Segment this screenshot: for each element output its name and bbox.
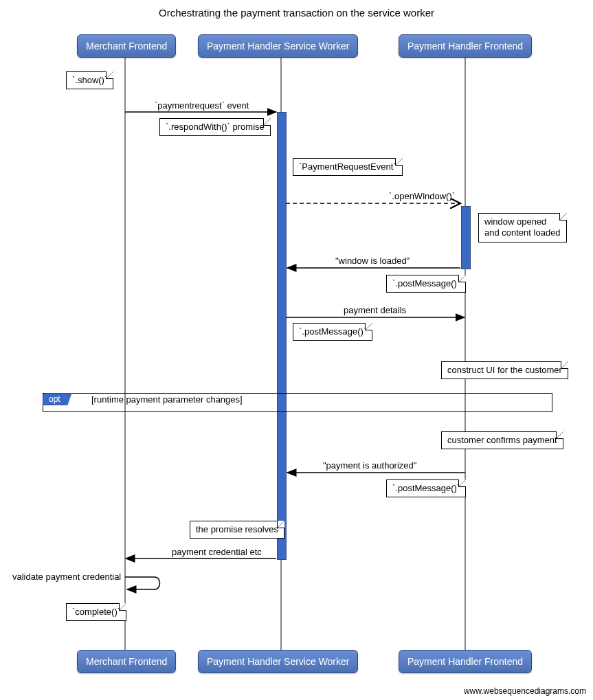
note-window-opened-line1: window opened <box>484 216 546 227</box>
participant-frontend-bottom: Payment Handler Frontend <box>399 650 532 673</box>
opt-tag: opt <box>43 393 72 405</box>
participant-worker-top: Payment Handler Service Worker <box>198 34 358 58</box>
note-promise-resolves: the promise resolves <box>190 521 284 539</box>
participant-merchant-top: Merchant Frontend <box>77 34 176 58</box>
participant-worker-bottom: Payment Handler Service Worker <box>198 650 358 673</box>
activation-frontend <box>461 206 471 269</box>
participant-frontend-top: Payment Handler Frontend <box>399 34 532 58</box>
activation-worker <box>277 112 287 560</box>
participant-merchant-bottom: Merchant Frontend <box>77 650 176 673</box>
note-window-opened-line2: and content loaded <box>484 227 561 238</box>
msg-payment-authorized: "payment is authorized" <box>323 460 416 471</box>
diagram-title: Orchestrating the payment transaction on… <box>0 7 593 19</box>
msg-window-loaded: "window is loaded" <box>335 256 410 266</box>
msg-paymentrequest: `paymentrequest` event <box>155 100 249 111</box>
note-paymentrequestevent: `PaymentRequestEvent` <box>293 158 403 176</box>
lifeline-merchant <box>124 58 126 650</box>
msg-openwindow: `.openWindow()` <box>389 191 455 201</box>
opt-frame: opt [runtime payment parameter changes] <box>43 393 552 412</box>
msg-validate: validate payment credential <box>12 572 121 582</box>
opt-guard: [runtime payment parameter changes] <box>91 394 243 405</box>
note-show: `.show()` <box>66 71 113 89</box>
note-customer-confirms: customer confirms payment <box>441 431 563 449</box>
note-respondwith: `.respondWith()` promise <box>159 118 271 136</box>
note-construct-ui: construct UI for the customer <box>441 361 568 379</box>
note-postmessage-2: `.postMessage()` <box>293 323 372 341</box>
note-postmessage-1: `.postMessage()` <box>386 275 466 293</box>
credit: www.websequencediagrams.com <box>464 686 586 696</box>
note-window-opened: window opened and content loaded <box>478 213 567 242</box>
msg-payment-details: payment details <box>344 305 406 315</box>
arrows-layer <box>0 0 593 700</box>
lifeline-frontend <box>465 58 466 650</box>
sequence-diagram: Orchestrating the payment transaction on… <box>0 0 593 700</box>
note-complete: `complete()` <box>66 603 126 621</box>
note-postmessage-3: `.postMessage()` <box>386 479 466 497</box>
msg-payment-credential: payment credential etc <box>172 547 262 557</box>
